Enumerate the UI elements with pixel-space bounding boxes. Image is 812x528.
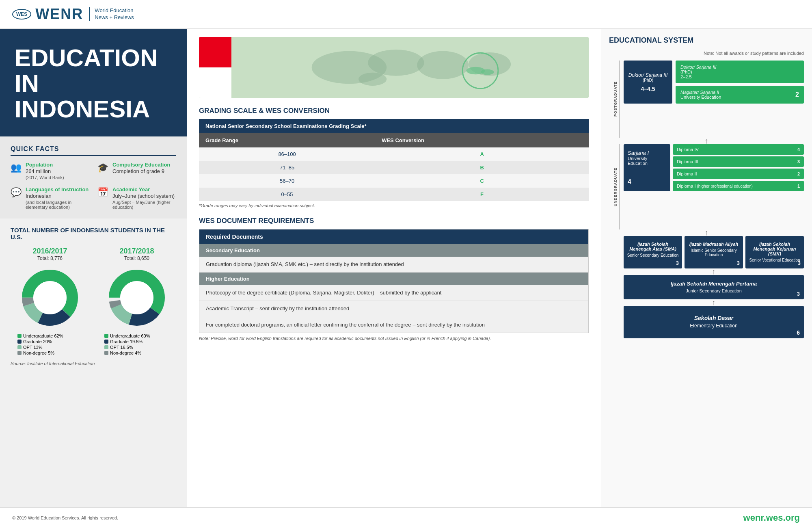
wes-logo: WES bbox=[12, 9, 31, 19]
students-section: TOTAL NUMBER OF INDONESIAN STUDENTS IN T… bbox=[0, 219, 187, 507]
grading-row: 0–55F bbox=[199, 188, 589, 201]
page: WES WENR World Education News + Reviews … bbox=[0, 0, 812, 528]
diploma-i: Diploma I (higher professional education… bbox=[673, 181, 804, 191]
wes-docs-section: WES DOCUMENT REQUIREMENTS Required Docum… bbox=[199, 217, 589, 342]
map-area bbox=[199, 37, 589, 98]
flag-red bbox=[199, 37, 231, 67]
fact-population-note: (2017, World Bank) bbox=[26, 175, 64, 180]
doc-category: Higher Education bbox=[199, 273, 588, 285]
fact-compulsory-value: Completion of grade 9 bbox=[112, 168, 170, 175]
undergraduate-label: UNDERGRADUATE bbox=[613, 144, 620, 229]
docs-footer-note: Note: Precise, word-for-word English tra… bbox=[199, 335, 589, 342]
madrasah-box: Ijazah Madrasah Aliyah Islamic Senior Se… bbox=[685, 236, 743, 268]
grading-row: 71–85B bbox=[199, 161, 589, 174]
edu-title: EDUCATION IN INDONESIA bbox=[15, 45, 172, 122]
edu-system-title: EDUCATIONAL SYSTEM bbox=[609, 36, 804, 45]
indonesia-flag bbox=[199, 37, 231, 98]
doc-item: Photocopy of the degree certificate (Dip… bbox=[199, 285, 588, 301]
svg-point-4 bbox=[33, 281, 67, 314]
wenr-brand: WENR bbox=[35, 6, 83, 23]
wes-docs-title: WES DOCUMENT REQUIREMENTS bbox=[199, 217, 589, 225]
footer-url: wenr.wes.org bbox=[743, 513, 800, 523]
sarjana-subtitle: University Education bbox=[628, 156, 666, 166]
source-note: Source: Institute of International Educa… bbox=[11, 361, 176, 366]
population-icon: 👥 bbox=[11, 162, 22, 173]
fact-population-value: 264 million bbox=[26, 168, 64, 175]
grade-range-cell: 56–70 bbox=[199, 174, 375, 188]
fact-academic-value: July–June (school system) bbox=[112, 193, 176, 200]
main-content: EDUCATION IN INDONESIA QUICK FACTS 👥 Pop… bbox=[0, 29, 812, 507]
edu-system-note: Note: Not all awards or study patterns a… bbox=[609, 50, 804, 56]
languages-icon: 💬 bbox=[11, 187, 22, 198]
header: WES WENR World Education News + Reviews bbox=[0, 0, 812, 29]
wes-conversion-cell: B bbox=[375, 161, 589, 174]
sarjana-title: Sarjana I bbox=[628, 150, 666, 156]
fact-compulsory: 🎓 Compulsory Education Completion of gra… bbox=[97, 162, 176, 180]
grade-range-cell: 86–100 bbox=[199, 147, 375, 161]
connector-ug-senior: ↑ bbox=[609, 229, 804, 236]
doc-item: For completed doctoral programs, an offi… bbox=[199, 317, 588, 333]
svg-point-14 bbox=[358, 73, 387, 86]
left-panel: EDUCATION IN INDONESIA QUICK FACTS 👥 Pop… bbox=[0, 29, 187, 507]
fact-compulsory-label: Compulsory Education bbox=[112, 162, 170, 168]
fact-academic-label: Academic Year bbox=[112, 186, 176, 193]
elementary-box: Sekolah Dasar Elementary Education 6 bbox=[624, 306, 804, 338]
fact-languages-note: (and local languages in elementary educa… bbox=[26, 200, 89, 210]
chart-2016-total: Total: 8,776 bbox=[17, 255, 82, 261]
fact-languages-value: Indonesian bbox=[26, 193, 89, 200]
diploma-iii: Diploma III 3 bbox=[673, 156, 804, 167]
facts-grid: 👥 Population 264 million (2017, World Ba… bbox=[11, 162, 176, 210]
svg-point-9 bbox=[120, 281, 153, 314]
connector-pg-ug: ↑ bbox=[609, 138, 804, 144]
diploma-iv: Diploma IV 4 bbox=[673, 144, 804, 155]
pg-phd-years: 4–4.5 bbox=[628, 86, 668, 92]
postgraduate-label: POSTGRADUATE bbox=[613, 61, 620, 138]
right-panel: EDUCATIONAL SYSTEM Note: Not all awards … bbox=[601, 29, 812, 507]
chart-2016-year: 2016/2017 bbox=[17, 247, 82, 255]
pg-phd-title: Doktor/ Sarjana III bbox=[628, 72, 668, 78]
quick-facts-section: QUICK FACTS 👥 Population 264 million (20… bbox=[0, 136, 187, 219]
fact-population: 👥 Population 264 million (2017, World Ba… bbox=[11, 162, 89, 180]
col-wes-conversion: WES Conversion bbox=[375, 133, 589, 147]
connector-senior-junior: ↑ bbox=[624, 268, 804, 275]
svg-point-17 bbox=[481, 69, 494, 75]
sma-box: Ijazah Sekolah Menengah Atas (SMA) Senio… bbox=[624, 236, 682, 268]
smk-box: Ijazah Sekolah Menengah Kejuruan (SMK) S… bbox=[745, 236, 804, 268]
students-title: TOTAL NUMBER OF INDONESIAN STUDENTS IN T… bbox=[11, 227, 176, 240]
footer-copyright: © 2019 World Education Services. All rig… bbox=[12, 515, 118, 520]
quick-facts-title: QUICK FACTS bbox=[11, 145, 176, 156]
grading-row: 86–100A bbox=[199, 147, 589, 161]
wes-conversion-cell: A bbox=[375, 147, 589, 161]
pg-phd-sub: (PhD) bbox=[628, 78, 668, 82]
svg-point-12 bbox=[417, 51, 469, 79]
sarjana-years: 4 bbox=[628, 178, 666, 186]
academic-year-icon: 📅 bbox=[97, 187, 108, 198]
chart-2017-year: 2017/2018 bbox=[104, 247, 169, 255]
svg-point-11 bbox=[368, 50, 424, 76]
grading-section: GRADING SCALE & WES CONVERSION National … bbox=[199, 107, 589, 208]
wes-conversion-cell: F bbox=[375, 188, 589, 201]
doc-table-wrapper: Required Documents Secondary EducationGr… bbox=[199, 229, 589, 333]
grade-range-cell: 0–55 bbox=[199, 188, 375, 201]
chart-2016: 2016/2017 Total: 8,776 bbox=[17, 247, 82, 355]
flag-white bbox=[199, 67, 231, 98]
grade-range-cell: 71–85 bbox=[199, 161, 375, 174]
middle-panel: GRADING SCALE & WES CONVERSION National … bbox=[187, 29, 601, 507]
donut-2017 bbox=[104, 265, 169, 330]
wenr-subtitle: World Education News + Reviews bbox=[89, 7, 134, 21]
pg-right-boxes: Doktor/ Sarjana III (PhD) 2–2.5 Magister… bbox=[676, 61, 804, 104]
wes-conversion-cell: C bbox=[375, 174, 589, 188]
grading-table-note: *Grade ranges may vary by individual exa… bbox=[199, 203, 589, 208]
charts-row: 2016/2017 Total: 8,776 bbox=[11, 247, 176, 355]
fact-languages: 💬 Languages of Instruction Indonesian (a… bbox=[11, 186, 89, 210]
doc-header: Required Documents bbox=[199, 229, 588, 244]
junior-secondary-box: Ijazah Sekolah Menengah Pertama Junior S… bbox=[624, 275, 804, 299]
fact-languages-label: Languages of Instruction bbox=[26, 186, 89, 193]
chart-2017-total: Total: 8,650 bbox=[104, 255, 169, 261]
fact-academic-year: 📅 Academic Year July–June (school system… bbox=[97, 186, 176, 210]
doc-category: Secondary Education bbox=[199, 244, 588, 257]
pg-phd2-box: Doktor/ Sarjana III (PhD) 2–2.5 bbox=[676, 61, 804, 83]
grading-table-header: National Senior Secondary School Examina… bbox=[199, 119, 589, 133]
compulsory-icon: 🎓 bbox=[97, 162, 108, 173]
pg-phd-box: Doktor/ Sarjana III (PhD) 4–4.5 bbox=[624, 61, 672, 104]
